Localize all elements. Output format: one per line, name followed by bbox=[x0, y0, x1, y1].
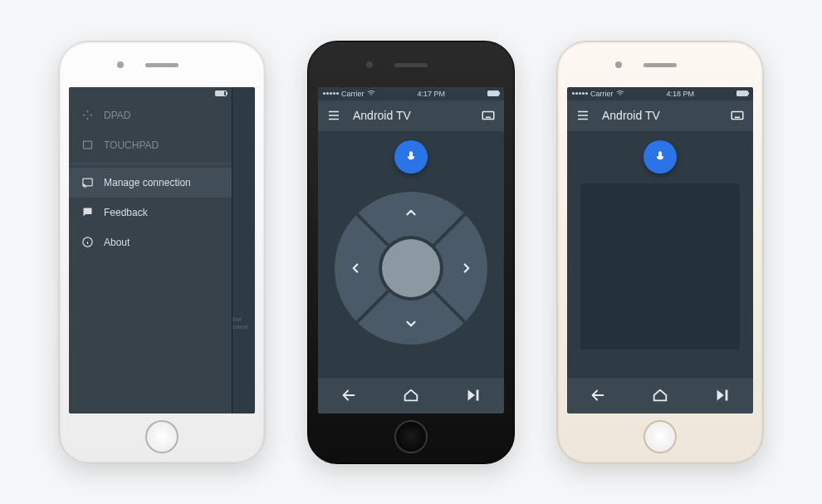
bottom-bar bbox=[318, 377, 504, 413]
touchpad-area[interactable] bbox=[580, 183, 740, 350]
app-bar: Android TV bbox=[567, 100, 753, 132]
phone-home-button bbox=[394, 420, 428, 453]
chevron-down-icon bbox=[404, 316, 418, 331]
carrier-label: Carrier bbox=[590, 90, 614, 98]
cast-icon bbox=[81, 176, 94, 189]
dpad-left-button[interactable] bbox=[346, 259, 365, 277]
status-bar-right bbox=[736, 91, 748, 96]
drawer-item-about[interactable]: About bbox=[69, 228, 232, 257]
phone-home-button bbox=[145, 420, 179, 453]
info-icon bbox=[81, 236, 94, 249]
phone-camera bbox=[117, 61, 124, 68]
status-bar: Carrier 4:17 PM bbox=[318, 87, 504, 100]
drawer-item-touchpad[interactable]: TOUCHPAD bbox=[69, 130, 232, 160]
app-screen-touchpad: Carrier 4:18 PM Android TV bbox=[567, 87, 753, 413]
menu-icon bbox=[575, 108, 590, 123]
drawer-item-manage-connection[interactable]: Manage connection bbox=[69, 168, 232, 198]
drawer-item-label: Manage connection bbox=[104, 177, 191, 188]
play-pause-button[interactable] bbox=[457, 379, 490, 412]
bottom-bar bbox=[567, 377, 753, 413]
status-bar: Carrier 4:18 PM bbox=[567, 87, 753, 100]
drawer-item-feedback[interactable]: Feedback bbox=[69, 198, 232, 228]
app-screen-drawer: the same DPAD TOUCHPAD bbox=[69, 87, 255, 413]
play-pause-button[interactable] bbox=[706, 379, 739, 412]
keyboard-icon bbox=[481, 108, 496, 123]
drawer-item-label: DPAD bbox=[104, 110, 130, 121]
phone-camera bbox=[615, 61, 622, 68]
menu-button[interactable] bbox=[325, 106, 343, 125]
dpad-right-button[interactable] bbox=[457, 259, 476, 277]
phone-speaker bbox=[394, 63, 428, 67]
play-pause-icon bbox=[464, 386, 482, 404]
signal-icon bbox=[572, 92, 588, 95]
status-bar-left: Carrier bbox=[323, 90, 375, 98]
app-title: Android TV bbox=[353, 109, 469, 122]
dpad-select-button[interactable] bbox=[382, 239, 440, 297]
back-icon bbox=[340, 386, 358, 404]
svg-rect-0 bbox=[83, 141, 91, 149]
play-pause-icon bbox=[713, 386, 731, 404]
drawer-separator bbox=[69, 164, 232, 164]
keyboard-button[interactable] bbox=[479, 106, 497, 125]
home-icon bbox=[651, 386, 669, 404]
dpad-up-button[interactable] bbox=[402, 203, 420, 222]
app-screen-dpad: Carrier 4:17 PM Android TV bbox=[318, 87, 504, 413]
status-bar-left: Carrier bbox=[572, 90, 624, 98]
phone-mockup-dpad: Carrier 4:17 PM Android TV bbox=[307, 41, 515, 464]
battery-icon bbox=[736, 91, 748, 96]
phone-speaker bbox=[643, 63, 677, 67]
carrier-label: Carrier bbox=[341, 90, 365, 98]
home-icon bbox=[402, 386, 420, 404]
svg-rect-4 bbox=[731, 112, 743, 120]
menu-button[interactable] bbox=[574, 106, 592, 125]
drawer-item-label: Feedback bbox=[104, 207, 148, 218]
app-bar: Android TV bbox=[318, 100, 504, 132]
clock-label: 4:18 PM bbox=[666, 90, 694, 98]
back-icon bbox=[589, 386, 607, 404]
back-button[interactable] bbox=[581, 379, 614, 412]
chevron-up-icon bbox=[404, 205, 418, 220]
underlying-screen-peek: the same bbox=[232, 87, 255, 413]
phone-speaker bbox=[145, 63, 179, 67]
navigation-drawer: DPAD TOUCHPAD Manage connection Feedback bbox=[69, 87, 232, 413]
clock-label: 4:17 PM bbox=[417, 90, 445, 98]
remote-body-dpad bbox=[318, 132, 504, 377]
voice-search-button[interactable] bbox=[394, 140, 428, 174]
status-bar-right bbox=[487, 91, 499, 96]
dpad-down-button[interactable] bbox=[402, 315, 420, 333]
drawer-item-label: TOUCHPAD bbox=[104, 139, 159, 151]
touchpad-icon bbox=[81, 139, 94, 152]
dpad-icon bbox=[81, 109, 94, 122]
mic-icon bbox=[404, 150, 418, 164]
status-bar bbox=[69, 87, 232, 100]
menu-icon bbox=[326, 108, 341, 123]
phone-mockup-touchpad: Carrier 4:18 PM Android TV bbox=[556, 41, 764, 464]
phone-camera bbox=[366, 61, 373, 68]
battery-icon bbox=[215, 91, 227, 96]
drawer-item-label: About bbox=[104, 237, 130, 248]
back-button[interactable] bbox=[332, 379, 365, 412]
wifi-icon bbox=[616, 90, 624, 98]
voice-search-button[interactable] bbox=[643, 140, 677, 174]
home-button[interactable] bbox=[643, 379, 677, 412]
keyboard-icon bbox=[730, 108, 745, 123]
peek-text: the same bbox=[232, 316, 255, 330]
mic-icon bbox=[653, 150, 667, 164]
phone-mockup-drawer: the same DPAD TOUCHPAD bbox=[58, 41, 266, 464]
remote-body-touchpad bbox=[567, 132, 753, 377]
keyboard-button[interactable] bbox=[728, 106, 746, 125]
svg-rect-3 bbox=[482, 112, 494, 120]
phone-home-button bbox=[643, 420, 677, 453]
battery-icon bbox=[487, 91, 499, 96]
dpad bbox=[335, 192, 487, 345]
app-title: Android TV bbox=[602, 109, 718, 122]
feedback-icon bbox=[81, 206, 94, 219]
wifi-icon bbox=[367, 90, 375, 98]
drawer-item-dpad[interactable]: DPAD bbox=[69, 100, 232, 130]
chevron-right-icon bbox=[459, 261, 474, 276]
signal-icon bbox=[323, 92, 339, 95]
home-button[interactable] bbox=[394, 379, 428, 412]
chevron-left-icon bbox=[348, 261, 363, 276]
